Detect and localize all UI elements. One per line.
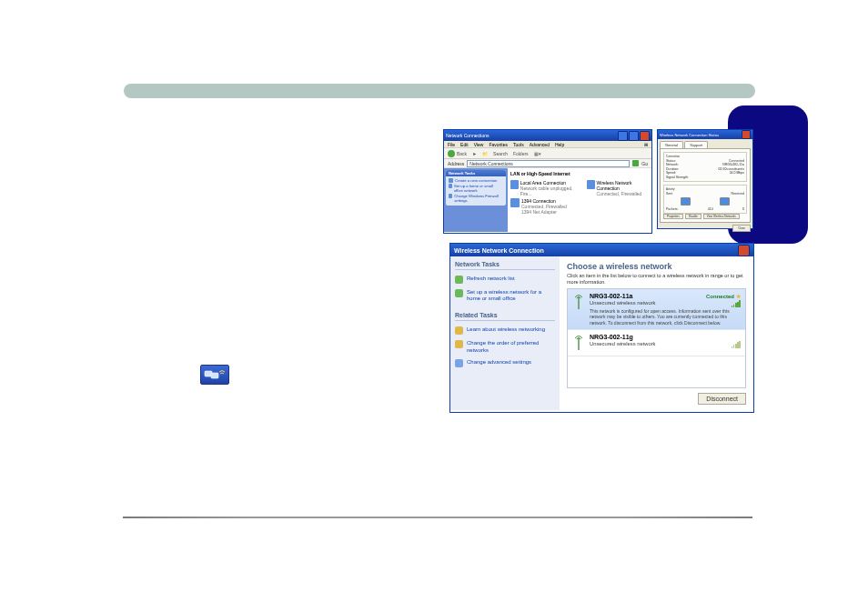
search-button[interactable]: Search [493, 151, 508, 156]
windows-flag-icon: ⊞ [644, 142, 648, 147]
close-button[interactable] [742, 130, 751, 139]
group-heading: LAN or High-Speed Internet [510, 171, 649, 176]
menu-edit[interactable]: Edit [460, 142, 469, 147]
views-button[interactable]: ▦▾ [534, 151, 541, 156]
help-icon [455, 326, 463, 335]
task-setup-network[interactable]: Set up a home or small office network [449, 184, 503, 193]
connection-item[interactable]: Local Area ConnectionNetwork cable unplu… [510, 180, 578, 196]
network-list: NRG3-002-11a Connected ★ Unsecured wirel… [567, 288, 746, 388]
svg-rect-1 [211, 373, 218, 378]
taskbar-wireless-icon[interactable] [200, 365, 229, 385]
header-pill [124, 84, 755, 98]
setup-wireless-network[interactable]: Set up a wireless network for a home or … [455, 289, 555, 302]
wireless-icon [587, 180, 595, 189]
titlebar[interactable]: Network Connections [444, 130, 651, 141]
monitor-recv-icon [720, 197, 730, 206]
connection-item[interactable]: 1394 ConnectionConnected, Firewalled1394… [510, 198, 578, 215]
menu-advanced[interactable]: Advanced [530, 142, 550, 147]
tasks-pane: Network Tasks Create a new connection Se… [444, 168, 508, 232]
up-button[interactable]: 📁 [482, 151, 488, 156]
close-dialog-button[interactable]: Close [732, 225, 751, 232]
footer-rule [123, 517, 752, 518]
tab-general[interactable]: General [660, 141, 683, 148]
go-label: Go [641, 161, 648, 166]
titlebar[interactable]: Wireless Network Connection [450, 244, 753, 256]
menu-file[interactable]: File [448, 142, 455, 147]
group-label: Activity [666, 187, 744, 191]
signal-bars-icon [732, 300, 741, 307]
connections-list: LAN or High-Speed Internet Local Area Co… [508, 168, 651, 232]
connection-group: Connection Status:Connected Network:NRG3… [663, 152, 747, 182]
window-title: Network Connections [446, 133, 490, 138]
antenna-icon [572, 293, 585, 326]
connection-status-dialog: Wireless Network Connection Status Gener… [657, 129, 753, 229]
activity-group: Activity SentReceived Packets:4140 [663, 185, 747, 214]
side-pane: Network Tasks Refresh network list Set u… [450, 256, 560, 410]
disconnect-button[interactable]: Disconnect [698, 393, 746, 405]
learn-wireless[interactable]: Learn about wireless networking [455, 326, 555, 335]
toolbar: Back ► 📁 Search Folders ▦▾ [444, 147, 651, 159]
panel-heading: Network Tasks [446, 170, 506, 176]
minimize-button[interactable] [618, 131, 628, 141]
view-wireless-button[interactable]: View Wireless Networks [703, 214, 740, 219]
lan-icon [510, 180, 519, 189]
group-label: Connection [666, 155, 744, 158]
network-connections-window: Network Connections File Edit View Favor… [443, 129, 652, 234]
task-create-connection[interactable]: Create a new connection [449, 178, 503, 183]
main-heading: Choose a wireless network [567, 262, 746, 271]
ssid: NRG3-002-11g [590, 334, 633, 340]
star-icon: ★ [736, 293, 741, 299]
menu-help[interactable]: Help [555, 142, 564, 147]
address-label: Address [448, 161, 464, 166]
refresh-icon [455, 276, 463, 284]
change-order[interactable]: Change the order of preferred networks [455, 340, 555, 353]
go-button[interactable] [632, 160, 639, 166]
choose-wireless-network-window: Wireless Network Connection Network Task… [449, 243, 754, 413]
firewire-icon [510, 198, 520, 207]
window-title: Wireless Network Connection [454, 247, 544, 254]
network-item[interactable]: NRG3-002-11g Unsecured wireless network [568, 330, 745, 356]
forward-button[interactable]: ► [472, 151, 477, 156]
refresh-network-list[interactable]: Refresh network list [455, 276, 555, 284]
network-item-selected[interactable]: NRG3-002-11a Connected ★ Unsecured wirel… [568, 289, 745, 330]
address-field[interactable]: Network Connections [467, 160, 630, 167]
side-heading-related-tasks: Related Tasks [455, 312, 555, 321]
address-bar: Address Network Connections Go [444, 159, 651, 168]
tab-row: General Support [660, 141, 751, 148]
monitor-sent-icon [681, 197, 691, 206]
menu-view[interactable]: View [474, 142, 484, 147]
main-sub: Click an item in the list below to conne… [567, 273, 746, 285]
order-icon [455, 340, 463, 348]
maximize-button[interactable] [629, 131, 639, 141]
net-description: This network is configured for open acce… [590, 308, 741, 326]
back-button[interactable]: Back [448, 150, 467, 157]
menu-bar[interactable]: File Edit View Favorites Tools Advanced … [444, 141, 651, 147]
properties-button[interactable]: Properties [663, 214, 683, 219]
menu-favorites[interactable]: Favorites [489, 142, 508, 147]
tab-support[interactable]: Support [684, 141, 708, 148]
task-firewall-settings[interactable]: Change Windows Firewall settings [449, 194, 503, 203]
setup-icon [455, 289, 463, 297]
close-button[interactable] [640, 131, 650, 141]
connection-item[interactable]: Wireless Network ConnectionConnected, Fi… [587, 180, 649, 196]
antenna-icon [572, 334, 585, 352]
change-advanced[interactable]: Change advanced settings [455, 359, 555, 367]
two-monitors-wifi-icon [204, 368, 226, 381]
settings-icon [455, 359, 463, 367]
signal-bars-icon [732, 341, 741, 348]
window-title: Wireless Network Connection Status [660, 133, 719, 137]
close-button[interactable] [738, 245, 750, 256]
disable-button[interactable]: Disable [685, 214, 701, 219]
general-pane: Connection Status:Connected Network:NRG3… [660, 148, 751, 223]
folders-button[interactable]: Folders [513, 151, 529, 156]
menu-tools[interactable]: Tools [513, 142, 524, 147]
titlebar[interactable]: Wireless Network Connection Status [658, 130, 752, 139]
side-heading-network-tasks: Network Tasks [455, 261, 555, 270]
ssid: NRG3-002-11a [590, 293, 632, 299]
